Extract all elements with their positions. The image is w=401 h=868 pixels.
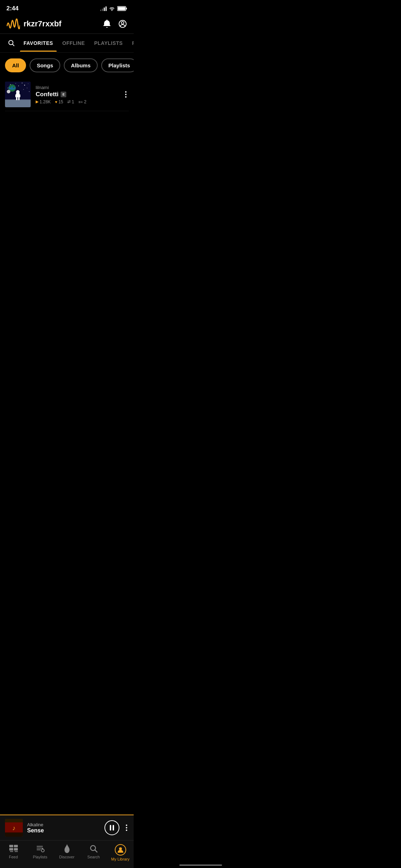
status-bar: 2:44 — [0, 0, 134, 16]
svg-rect-34 — [18, 97, 20, 100]
signal-icon — [100, 6, 107, 11]
svg-point-11 — [28, 83, 28, 84]
heart-icon: ♥ — [55, 100, 57, 104]
song-title-row: Confetti E — [36, 91, 118, 98]
logo-area: rkzr7rxxbf — [6, 19, 61, 29]
like-count-value: 15 — [58, 99, 63, 104]
search-tab-icon[interactable] — [5, 34, 18, 52]
tab-favorites[interactable]: FAVORITES — [20, 35, 57, 52]
app-header: rkzr7rxxbf — [0, 16, 134, 33]
filter-songs-button[interactable]: Songs — [30, 58, 60, 72]
battery-icon — [117, 6, 127, 11]
nav-tabs: FAVORITES OFFLINE PLAYLISTS FO — [0, 34, 134, 53]
svg-point-20 — [23, 89, 24, 90]
svg-point-30 — [16, 90, 20, 94]
filter-all-button[interactable]: All — [5, 58, 26, 72]
svg-rect-1 — [118, 7, 125, 10]
svg-point-26 — [7, 90, 10, 93]
status-time: 2:44 — [6, 5, 19, 12]
play-count-value: 1.28K — [40, 99, 51, 104]
dot — [125, 94, 127, 95]
svg-point-18 — [29, 91, 30, 92]
status-icons — [100, 6, 127, 11]
repost-count-value: 1 — [72, 99, 74, 104]
app-username: rkzr7rxxbf — [24, 19, 61, 29]
filter-albums-button[interactable]: Albums — [64, 58, 98, 72]
filter-row: All Songs Albums Playlists — [0, 53, 134, 78]
artwork-image — [5, 82, 31, 107]
svg-point-16 — [18, 86, 19, 86]
play-count: ▶ 1.28K — [36, 99, 51, 104]
svg-point-15 — [27, 88, 27, 88]
queue-icon: ≡+ — [78, 100, 83, 104]
svg-rect-31 — [15, 94, 17, 97]
repost-icon: ⇄ — [67, 99, 71, 104]
svg-rect-32 — [19, 94, 20, 97]
svg-point-13 — [22, 83, 22, 83]
tab-following[interactable]: FO — [128, 35, 134, 52]
queue-count: ≡+ 2 — [78, 99, 87, 104]
song-artwork — [5, 82, 31, 107]
like-count: ♥ 15 — [55, 99, 63, 104]
dot — [125, 91, 127, 93]
song-artist: lilnami — [36, 85, 118, 90]
svg-line-6 — [12, 44, 14, 46]
soundwave-logo-icon — [6, 19, 20, 29]
svg-point-24 — [9, 86, 11, 88]
svg-point-25 — [13, 87, 15, 88]
song-list: lilnami Confetti E ▶ 1.28K ♥ 15 ⇄ 1 — [0, 78, 134, 111]
wifi-icon — [109, 6, 115, 11]
header-actions — [102, 19, 127, 29]
queue-count-value: 2 — [84, 99, 87, 104]
dot — [125, 96, 127, 98]
song-stats: ▶ 1.28K ♥ 15 ⇄ 1 ≡+ 2 — [36, 99, 118, 104]
tab-playlists[interactable]: PLAYLISTS — [91, 35, 126, 52]
svg-rect-33 — [16, 97, 17, 100]
svg-point-12 — [7, 88, 8, 88]
notifications-button[interactable] — [102, 19, 112, 29]
svg-point-5 — [9, 41, 13, 45]
profile-button[interactable] — [118, 19, 127, 29]
svg-rect-2 — [126, 8, 127, 10]
song-title: Confetti — [36, 91, 58, 98]
song-more-button[interactable] — [123, 90, 129, 99]
svg-point-9 — [15, 83, 16, 84]
song-info: lilnami Confetti E ▶ 1.28K ♥ 15 ⇄ 1 — [36, 85, 118, 104]
play-icon: ▶ — [36, 99, 38, 104]
filter-playlists-button[interactable]: Playlists — [101, 58, 134, 72]
song-divider — [5, 111, 129, 111]
svg-rect-28 — [5, 100, 31, 107]
svg-point-10 — [24, 85, 25, 86]
repost-count: ⇄ 1 — [67, 99, 74, 104]
song-item: lilnami Confetti E ▶ 1.28K ♥ 15 ⇄ 1 — [0, 78, 134, 111]
explicit-badge: E — [61, 92, 66, 97]
tab-offline[interactable]: OFFLINE — [59, 35, 88, 52]
svg-point-4 — [122, 22, 124, 24]
